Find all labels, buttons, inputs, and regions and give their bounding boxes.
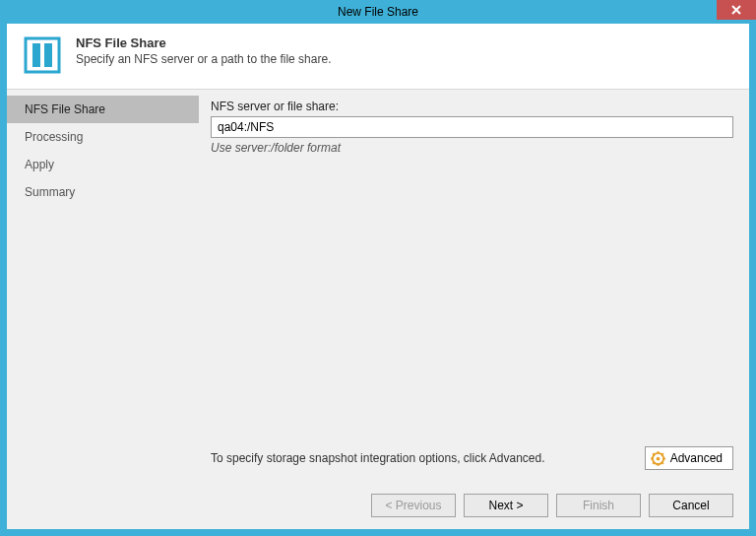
titlebar: New File Share — [0, 0, 756, 24]
close-button[interactable] — [717, 0, 756, 20]
advanced-button[interactable]: Advanced — [645, 446, 733, 470]
finish-button: Finish — [556, 494, 641, 517]
cancel-button[interactable]: Cancel — [649, 494, 733, 517]
step-nfs-file-share[interactable]: NFS File Share — [7, 96, 199, 123]
wizard-body: NFS File Share Processing Apply Summary … — [7, 90, 749, 484]
sidebar-item-label: NFS File Share — [25, 102, 105, 116]
svg-rect-2 — [44, 43, 52, 67]
step-summary[interactable]: Summary — [7, 178, 199, 206]
svg-point-12 — [656, 456, 660, 460]
advanced-button-label: Advanced — [670, 451, 723, 465]
wizard-footer: < Previous Next > Finish Cancel — [7, 484, 749, 529]
file-share-icon — [23, 35, 62, 75]
snapshot-hint-text: To specify storage snapshot integration … — [211, 451, 545, 465]
server-path-input[interactable] — [211, 116, 733, 138]
svg-rect-0 — [26, 38, 59, 72]
wizard-header: NFS File Share Specify an NFS server or … — [7, 24, 749, 90]
sidebar-item-label: Apply — [25, 158, 54, 171]
header-title: NFS File Share — [76, 35, 331, 50]
window-title: New File Share — [338, 5, 418, 19]
server-path-hint: Use server:/folder format — [211, 141, 733, 155]
snapshot-row: To specify storage snapshot integration … — [211, 446, 733, 470]
step-processing[interactable]: Processing — [7, 123, 199, 151]
previous-button: < Previous — [371, 494, 456, 517]
header-subtitle: Specify an NFS server or a path to the f… — [76, 52, 331, 66]
sidebar-item-label: Summary — [25, 185, 75, 199]
next-button[interactable]: Next > — [464, 494, 548, 517]
close-icon — [731, 5, 741, 15]
sidebar-item-label: Processing — [25, 130, 83, 144]
svg-rect-1 — [32, 43, 40, 67]
dialog-window: New File Share NFS File Share Specify an… — [0, 0, 756, 536]
wizard-content: NFS server or file share: Use server:/fo… — [199, 90, 749, 484]
server-path-label: NFS server or file share: — [211, 100, 733, 113]
gear-icon — [651, 451, 665, 466]
step-apply[interactable]: Apply — [7, 151, 199, 178]
wizard-steps-sidebar: NFS File Share Processing Apply Summary — [7, 90, 199, 484]
header-text: NFS File Share Specify an NFS server or … — [76, 35, 331, 66]
